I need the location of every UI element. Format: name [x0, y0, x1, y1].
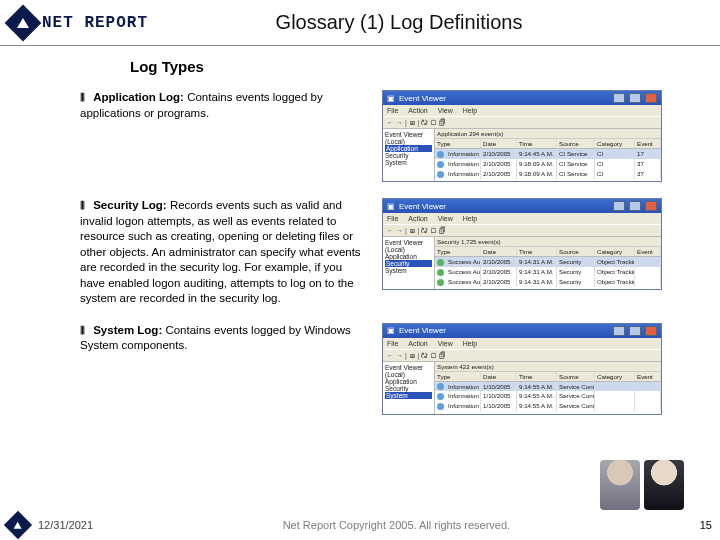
menu-item: File [387, 107, 398, 114]
brand-text: NET REPORT [42, 14, 148, 32]
grid-row: Information1/10/20059:14:55 A.M.Service … [435, 401, 661, 411]
tree-item: Security [385, 152, 432, 159]
menu-item: Action [408, 340, 427, 347]
tree-pane: Event Viewer (Local) Application Securit… [383, 129, 435, 181]
menu-bar: File Action View Help [383, 105, 661, 116]
person-icon [600, 460, 640, 510]
log-section-application: ⦀ Application Log: Contains events logge… [80, 90, 700, 182]
tree-item: System [385, 392, 432, 399]
minimize-icon [613, 201, 625, 211]
person-icon [644, 460, 684, 510]
event-grid: System 422 event(s) Type Date Time Sourc… [435, 362, 661, 414]
close-icon [645, 93, 657, 103]
log-label: System Log: [93, 324, 162, 336]
log-label: Security Log: [93, 199, 166, 211]
app-icon: ▣ [387, 202, 395, 211]
grid-row: Information2/10/20059:18:09 A.M.CI Servi… [435, 159, 661, 169]
tree-item: Application [385, 145, 432, 152]
event-grid: Security 1,725 event(s) Type Date Time S… [435, 237, 661, 289]
menu-item: File [387, 340, 398, 347]
content: ⦀ Application Log: Contains events logge… [80, 90, 700, 480]
page-title: Glossary (1) Log Definitions [148, 11, 710, 34]
window-titlebar: ▣ Event Viewer [383, 324, 661, 338]
close-icon [645, 326, 657, 336]
close-icon [645, 201, 657, 211]
logo-icon [5, 4, 42, 41]
tree-item: Security [385, 260, 432, 267]
maximize-icon [629, 201, 641, 211]
grid-row: Information1/10/20059:14:55 A.M.Service … [435, 391, 661, 401]
grid-row: Success Audit2/10/20059:14:31 A.M.Securi… [435, 257, 661, 267]
bullet-icon: ⦀ [80, 90, 90, 106]
event-viewer-screenshot: ▣ Event Viewer File Action View Help ← →… [382, 90, 662, 182]
tree-item: Application [385, 378, 432, 385]
grid-row: Information1/10/20059:14:55 A.M.Service … [435, 382, 661, 392]
maximize-icon [629, 93, 641, 103]
menu-item: Help [463, 215, 477, 222]
footer: 12/31/2021 Net Report Copyright 2005. Al… [0, 510, 720, 540]
grid-summary: Security 1,725 event(s) [435, 237, 661, 247]
menu-item: View [438, 107, 453, 114]
log-body: Records events such as valid and invalid… [80, 199, 361, 304]
window-titlebar: ▣ Event Viewer [383, 91, 661, 105]
grid-row: Information2/10/20059:14:45 A.M.CI Servi… [435, 149, 661, 159]
tree-item: Security [385, 385, 432, 392]
grid-row: Success Audit2/10/20059:14:31 A.M.Securi… [435, 277, 661, 287]
grid-header: Type Date Time Source Category Event [435, 247, 661, 257]
tree-root: Event Viewer (Local) [385, 131, 432, 145]
menu-item: Help [463, 340, 477, 347]
event-viewer-screenshot: ▣ Event Viewer File Action View Help ← →… [382, 198, 662, 290]
app-icon: ▣ [387, 94, 395, 103]
toolbar: ← → | 🗉 | 🗘 🗒 🗐 [383, 116, 661, 129]
grid-header: Type Date Time Source Category Event [435, 372, 661, 382]
footer-date: 12/31/2021 [38, 519, 93, 531]
footer-copyright: Net Report Copyright 2005. All rights re… [93, 519, 700, 531]
menu-item: Help [463, 107, 477, 114]
log-label: Application Log: [93, 91, 184, 103]
menu-item: Action [408, 107, 427, 114]
menu-item: View [438, 340, 453, 347]
window-title: Event Viewer [399, 326, 446, 335]
toolbar: ← → | 🗉 | 🗘 🗒 🗐 [383, 349, 661, 362]
menu-item: View [438, 215, 453, 222]
grid-summary: Application 294 event(s) [435, 129, 661, 139]
minimize-icon [613, 93, 625, 103]
window-titlebar: ▣ Event Viewer [383, 199, 661, 213]
footer-logo-icon [4, 511, 32, 539]
header: NET REPORT Glossary (1) Log Definitions [0, 0, 720, 46]
bullet-icon: ⦀ [80, 198, 90, 214]
log-section-system: ⦀ System Log: Contains events logged by … [80, 323, 700, 415]
window-title: Event Viewer [399, 202, 446, 211]
tree-root: Event Viewer (Local) [385, 239, 432, 253]
bullet-icon: ⦀ [80, 323, 90, 339]
menu-bar: File Action View Help [383, 338, 661, 349]
page-number: 15 [700, 519, 712, 531]
grid-row: Information2/10/20059:18:09 A.M.CI Servi… [435, 169, 661, 179]
tree-pane: Event Viewer (Local) Application Securit… [383, 237, 435, 289]
menu-bar: File Action View Help [383, 213, 661, 224]
minimize-icon [613, 326, 625, 336]
tree-item: Application [385, 253, 432, 260]
tree-item: System [385, 159, 432, 166]
tree-root: Event Viewer (Local) [385, 364, 432, 378]
log-text: ⦀ Application Log: Contains events logge… [80, 90, 370, 121]
event-grid: Application 294 event(s) Type Date Time … [435, 129, 661, 181]
grid-summary: System 422 event(s) [435, 362, 661, 372]
brand-logo: NET REPORT [10, 10, 148, 36]
toolbar: ← → | 🗉 | 🗘 🗒 🗐 [383, 224, 661, 237]
tree-pane: Event Viewer (Local) Application Securit… [383, 362, 435, 414]
log-text: ⦀ Security Log: Records events such as v… [80, 198, 370, 307]
log-text: ⦀ System Log: Contains events logged by … [80, 323, 370, 354]
section-subtitle: Log Types [130, 58, 204, 75]
grid-row: Success Audit2/10/20059:14:31 A.M.Securi… [435, 267, 661, 277]
log-section-security: ⦀ Security Log: Records events such as v… [80, 198, 700, 307]
maximize-icon [629, 326, 641, 336]
window-title: Event Viewer [399, 94, 446, 103]
app-icon: ▣ [387, 326, 395, 335]
tree-item: System [385, 267, 432, 274]
menu-item: Action [408, 215, 427, 222]
grid-header: Type Date Time Source Category Event [435, 139, 661, 149]
people-image [600, 460, 696, 510]
event-viewer-screenshot: ▣ Event Viewer File Action View Help ← →… [382, 323, 662, 415]
menu-item: File [387, 215, 398, 222]
